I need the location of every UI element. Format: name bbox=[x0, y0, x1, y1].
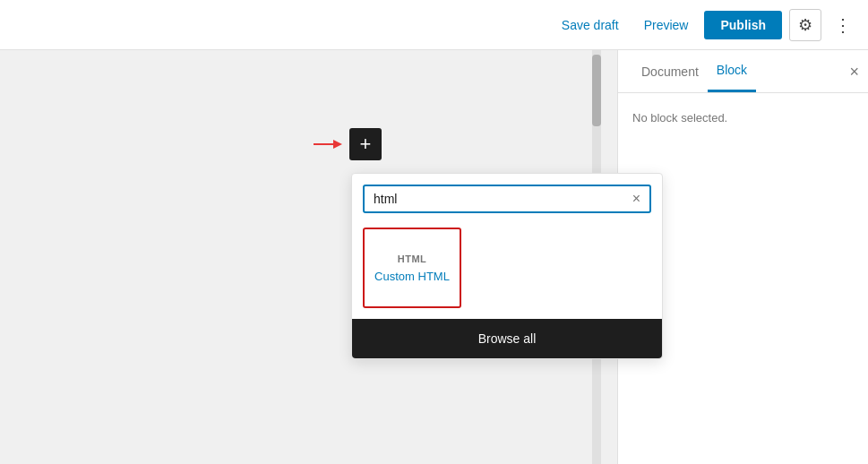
search-clear-button[interactable]: × bbox=[632, 192, 640, 206]
scrollbar-thumb[interactable] bbox=[592, 55, 601, 126]
block-item-name: Custom HTML bbox=[374, 270, 450, 283]
publish-button[interactable]: Publish bbox=[704, 11, 782, 39]
panel-content: No block selected. bbox=[618, 93, 868, 142]
no-block-selected-text: No block selected. bbox=[632, 111, 727, 125]
gear-icon: ⚙ bbox=[798, 15, 812, 35]
save-draft-button[interactable]: Save draft bbox=[553, 13, 628, 38]
panel-tabs: Document Block × bbox=[618, 50, 868, 93]
settings-button[interactable]: ⚙ bbox=[789, 9, 821, 41]
preview-button[interactable]: Preview bbox=[635, 13, 698, 38]
block-search-input[interactable] bbox=[374, 192, 627, 206]
block-results: HTML Custom HTML bbox=[352, 220, 662, 312]
add-block-button[interactable]: + bbox=[349, 128, 382, 160]
browse-all-button[interactable]: Browse all bbox=[352, 319, 662, 358]
search-input-wrap: × bbox=[363, 185, 651, 213]
block-picker-popup: × HTML Custom HTML Browse all bbox=[351, 173, 663, 359]
tab-block[interactable]: Block bbox=[708, 50, 756, 92]
add-block-area: + bbox=[314, 128, 382, 160]
search-area: × bbox=[352, 174, 662, 220]
block-item-custom-html[interactable]: HTML Custom HTML bbox=[363, 228, 461, 308]
tab-document[interactable]: Document bbox=[632, 52, 708, 91]
svg-marker-1 bbox=[333, 140, 342, 149]
panel-close-button[interactable]: × bbox=[849, 62, 859, 81]
arrow-icon bbox=[314, 138, 342, 150]
toolbar: Save draft Preview Publish ⚙ ⋮ bbox=[0, 0, 868, 50]
more-options-button[interactable]: ⋮ bbox=[829, 11, 857, 39]
more-icon: ⋮ bbox=[834, 15, 852, 35]
block-item-category: HTML bbox=[398, 253, 427, 264]
